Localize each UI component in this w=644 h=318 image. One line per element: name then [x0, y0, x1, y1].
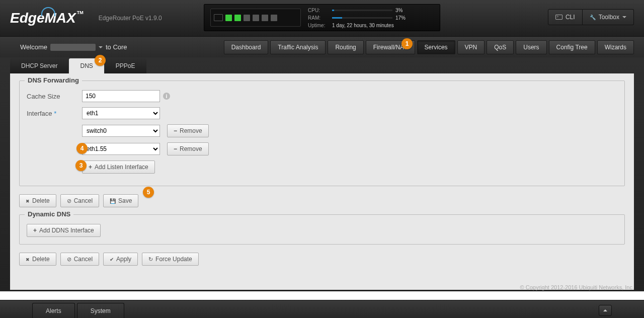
nav-users[interactable]: Users [516, 40, 546, 54]
port-icon [253, 15, 259, 21]
cli-button[interactable]: CLI [548, 9, 583, 25]
force-update-button[interactable]: Force Update [142, 253, 199, 266]
info-icon[interactable]: i [163, 93, 170, 100]
interface-select-1[interactable]: switch0 [82, 125, 160, 137]
port-icon [234, 15, 241, 21]
nav-config-tree[interactable]: Config Tree [549, 40, 595, 54]
nav-qos[interactable]: QoS [487, 40, 514, 54]
annotation-5: 5 [143, 187, 154, 198]
interface-label: Interface * [27, 110, 82, 117]
action-row-1: Delete Cancel Save [19, 194, 625, 207]
panel: DNS Forwarding Cache Size i Interface * … [10, 73, 634, 290]
nav-dashboard[interactable]: Dashboard [224, 40, 269, 54]
bottom-bar: Alerts System [0, 300, 644, 318]
ban-icon [67, 256, 71, 263]
plus-icon [33, 227, 37, 234]
interface-select-0[interactable]: eth1 [82, 107, 160, 119]
minus-icon [174, 127, 177, 134]
annotation-1: 1 [401, 38, 413, 49]
ram-value: 17% [395, 14, 406, 22]
ram-bar [332, 17, 392, 19]
save-icon [110, 197, 116, 204]
stats: CPU: 3% RAM: 17% Uptime: 1 day, 22 hours… [308, 7, 434, 29]
annotation-3: 3 [75, 160, 87, 171]
logo: EdgeMAXTM [10, 10, 84, 26]
cpu-bar [332, 10, 392, 11]
nav-services[interactable]: Services [417, 40, 455, 54]
x-icon [26, 256, 30, 263]
port-icon [271, 15, 277, 21]
cli-icon [555, 15, 562, 20]
main-nav: DashboardTraffic AnalysisRoutingFirewall… [224, 40, 634, 54]
uptime-label: Uptime: [308, 22, 329, 29]
nav-bar: Welcome to Core DashboardTraffic Analysi… [0, 36, 644, 57]
username-redacted [50, 44, 96, 51]
status-box: CPU: 3% RAM: 17% Uptime: 1 day, 22 hours… [204, 4, 440, 31]
chevron-down-icon [99, 46, 103, 48]
welcome-text[interactable]: Welcome to Core [20, 43, 127, 51]
annotation-4: 4 [76, 143, 88, 154]
cache-size-label: Cache Size [27, 93, 82, 100]
apply-button[interactable]: Apply [103, 253, 138, 266]
chevron-down-icon [622, 16, 626, 18]
port-icon [244, 15, 250, 21]
top-bar: EdgeMAXTM EdgeRouter PoE v1.9.0 CPU: 3% … [0, 0, 644, 36]
cache-size-input[interactable] [82, 90, 160, 102]
top-actions: CLI Toolbox [548, 9, 634, 25]
ban-icon [67, 197, 71, 204]
action-row-2: Delete Cancel Apply Force Update [19, 253, 625, 266]
nav-traffic-analysis[interactable]: Traffic Analysis [270, 40, 326, 54]
remove-button[interactable]: Remove [167, 142, 209, 155]
system-tab[interactable]: System [77, 303, 124, 318]
annotation-2: 2 [95, 55, 106, 66]
cpu-label: CPU: [308, 7, 329, 14]
cancel-button[interactable]: Cancel [60, 194, 99, 207]
x-icon [26, 197, 30, 204]
legend: Dynamic DNS [25, 210, 73, 218]
plus-icon [89, 164, 92, 171]
chevron-up-icon [603, 309, 607, 311]
legend: DNS Forwarding [25, 76, 82, 84]
nav-wizards[interactable]: Wizards [597, 40, 634, 54]
add-listen-interface-button[interactable]: Add Listen Interface [82, 161, 155, 174]
port-icon [262, 15, 268, 21]
nav-routing[interactable]: Routing [328, 40, 363, 54]
dynamic-dns-fieldset: Dynamic DNS Add DDNS Interface [19, 214, 625, 245]
console-port-icon [214, 14, 223, 21]
cancel-button[interactable]: Cancel [60, 253, 99, 266]
port-icon [225, 15, 232, 21]
add-ddns-interface-button[interactable]: Add DDNS Interface [27, 224, 101, 237]
content-area: DHCP ServerDNSPPPoE DNS Forwarding Cache… [0, 57, 644, 291]
copyright: © Copyright 2012-2016 Ubiquiti Networks,… [520, 284, 634, 290]
subtab-dhcp-server[interactable]: DHCP Server [10, 58, 68, 73]
model-label: EdgeRouter PoE v1.9.0 [99, 15, 162, 22]
alerts-tab[interactable]: Alerts [32, 303, 75, 318]
interface-select-2[interactable]: eth1.55 [82, 143, 160, 155]
collapse-button[interactable] [599, 305, 612, 316]
delete-button[interactable]: Delete [19, 253, 56, 266]
remove-button[interactable]: Remove [167, 124, 209, 137]
save-button[interactable]: Save [103, 194, 138, 207]
cpu-value: 3% [395, 7, 403, 14]
check-icon [110, 256, 114, 263]
refresh-icon [148, 256, 153, 263]
toolbox-button[interactable]: Toolbox [583, 9, 634, 25]
ram-label: RAM: [308, 14, 329, 22]
delete-button[interactable]: Delete [19, 194, 56, 207]
nav-vpn[interactable]: VPN [457, 40, 485, 54]
logo-arc-icon [41, 7, 55, 16]
subtab-pppoe[interactable]: PPPoE [105, 58, 146, 73]
wrench-icon [590, 14, 596, 21]
port-indicator [210, 9, 301, 27]
uptime-value: 1 day, 22 hours, 30 minutes [332, 22, 394, 29]
dns-forwarding-fieldset: DNS Forwarding Cache Size i Interface * … [19, 81, 625, 186]
minus-icon [174, 145, 177, 152]
